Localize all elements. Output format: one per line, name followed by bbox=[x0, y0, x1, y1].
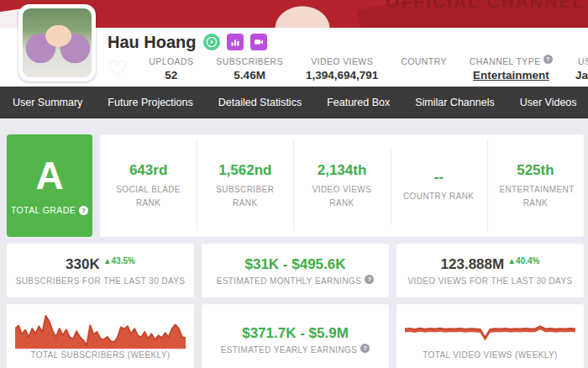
rank-row: A TOTAL GRADE ? 643rd SOCIAL BLADE RANK … bbox=[7, 134, 584, 237]
grade-letter: A bbox=[35, 156, 63, 195]
monthly-earnings-value: $31K - $495.6K bbox=[244, 256, 345, 273]
yearly-earnings-card: $371.7K - $5.9M ESTIMATED YEARLY EARNING… bbox=[202, 304, 389, 368]
subscribers-sparkline-chart bbox=[15, 312, 186, 349]
video-views-30d-label: VIDEO VIEWS FOR THE LAST 30 DAYS bbox=[407, 276, 572, 286]
stat-country: COUNTRY bbox=[401, 56, 447, 69]
social-blade-rank: 643rd SOCIAL BLADE RANK bbox=[100, 162, 197, 209]
stat-label: VIDEO VIEWS bbox=[306, 56, 378, 66]
statistics-icon[interactable] bbox=[227, 34, 244, 50]
stat-label: UPLOADS bbox=[149, 56, 193, 66]
video-views-chart-card: TOTAL VIDEO VIEWS (WEEKLY) bbox=[396, 304, 584, 368]
up-arrow-icon: ▲40.4% bbox=[507, 256, 539, 265]
channel-avatar bbox=[18, 4, 96, 81]
subscribers-30d-label: SUBSCRIBERS FOR THE LAST 30 DAYS bbox=[16, 276, 186, 286]
stat-value: 5.46M bbox=[216, 69, 283, 81]
stat-label: CHANNEL TYPE ? bbox=[470, 56, 553, 66]
stat-value: Jan 17th, 2014 bbox=[575, 69, 588, 81]
help-icon[interactable]: ? bbox=[360, 344, 370, 353]
banner-overlay-text: OFFICIAL CHANNEL bbox=[386, 0, 585, 12]
help-icon[interactable]: ? bbox=[543, 55, 553, 64]
tab-featured-box[interactable]: Featured Box bbox=[314, 97, 402, 108]
stat-label: COUNTRY bbox=[401, 56, 447, 66]
stat-subscribers: SUBSCRIBERS 5.46M bbox=[216, 56, 283, 81]
metrics-row: 330K▲43.5% SUBSCRIBERS FOR THE LAST 30 D… bbox=[7, 244, 584, 297]
video-views-sparkline-chart bbox=[405, 315, 575, 342]
tab-user-videos[interactable]: User Videos bbox=[507, 97, 588, 108]
video-camera-icon[interactable] bbox=[250, 34, 267, 50]
country-rank: -- COUNTRY RANK bbox=[391, 169, 487, 203]
entertainment-rank: 525th ENTERTAINMENT RANK bbox=[487, 162, 584, 209]
help-icon[interactable]: ? bbox=[79, 206, 88, 215]
subscribers-30d-value: 330K▲43.5% bbox=[66, 256, 135, 273]
stat-video-views: VIDEO VIEWS 1,394,694,791 bbox=[306, 56, 378, 81]
user-summary-panel: A TOTAL GRADE ? 643rd SOCIAL BLADE RANK … bbox=[0, 118, 588, 368]
video-views-rank: 2,134th VIDEO VIEWS RANK bbox=[293, 162, 390, 209]
stat-value: 52 bbox=[149, 69, 193, 81]
channel-name: Hau Hoang bbox=[108, 33, 197, 52]
charts-row: TOTAL SUBSCRIBERS (WEEKLY) $371.7K - $5.… bbox=[7, 304, 584, 368]
video-views-30d-card: 123.888M▲40.4% VIDEO VIEWS FOR THE LAST … bbox=[396, 244, 584, 297]
subscribers-chart-card: TOTAL SUBSCRIBERS (WEEKLY) bbox=[7, 304, 194, 368]
banner-graphic bbox=[252, 2, 353, 28]
subscriber-rank: 1,562nd SUBSCRIBER RANK bbox=[197, 162, 293, 209]
favorite-heart-icon[interactable]: ♡ bbox=[108, 58, 127, 80]
tab-detailed-statistics[interactable]: Detailed Statistics bbox=[206, 97, 314, 108]
grade-label: TOTAL GRADE ? bbox=[11, 205, 88, 215]
stat-uploads: UPLOADS 52 bbox=[149, 56, 193, 81]
youtube-platform-icon[interactable] bbox=[203, 34, 220, 50]
channel-type-link[interactable]: Entertainment bbox=[470, 69, 553, 81]
monthly-earnings-card: $31K - $495.6K ESTIMATED MONTHLY EARNING… bbox=[202, 244, 389, 297]
stat-channel-type: CHANNEL TYPE ? Entertainment bbox=[470, 56, 553, 81]
avatar-image bbox=[23, 8, 92, 77]
yearly-earnings-label: ESTIMATED YEARLY EARNINGS ? bbox=[221, 345, 370, 355]
subscribers-30d-card: 330K▲43.5% SUBSCRIBERS FOR THE LAST 30 D… bbox=[7, 244, 194, 297]
total-grade-card: A TOTAL GRADE ? bbox=[7, 134, 92, 237]
help-icon[interactable]: ? bbox=[365, 275, 374, 284]
video-views-30d-value: 123.888M▲40.4% bbox=[441, 256, 540, 273]
subscribers-chart-label: TOTAL SUBSCRIBERS (WEEKLY) bbox=[7, 350, 194, 360]
stat-label: SUBSCRIBERS bbox=[216, 56, 283, 66]
stat-user-created: USER CREATED Jan 17th, 2014 bbox=[575, 56, 588, 81]
channel-header: OFFICIAL CHANNEL Hau Hoang bbox=[0, 0, 588, 87]
section-nav: User Summary Future Projections Detailed… bbox=[0, 87, 588, 118]
ranks-card: 643rd SOCIAL BLADE RANK 1,562nd SUBSCRIB… bbox=[100, 134, 584, 237]
stat-value: 1,394,694,791 bbox=[306, 69, 378, 81]
tab-user-summary[interactable]: User Summary bbox=[0, 97, 95, 108]
monthly-earnings-label: ESTIMATED MONTHLY EARNINGS ? bbox=[217, 276, 375, 286]
tab-future-projections[interactable]: Future Projections bbox=[95, 97, 205, 108]
video-views-chart-label: TOTAL VIDEO VIEWS (WEEKLY) bbox=[396, 350, 584, 360]
up-arrow-icon: ▲43.5% bbox=[103, 256, 135, 265]
stat-label: USER CREATED bbox=[575, 56, 588, 66]
yearly-earnings-value: $371.7K - $5.9M bbox=[242, 325, 349, 342]
tab-similar-channels[interactable]: Similar Channels bbox=[402, 97, 507, 108]
